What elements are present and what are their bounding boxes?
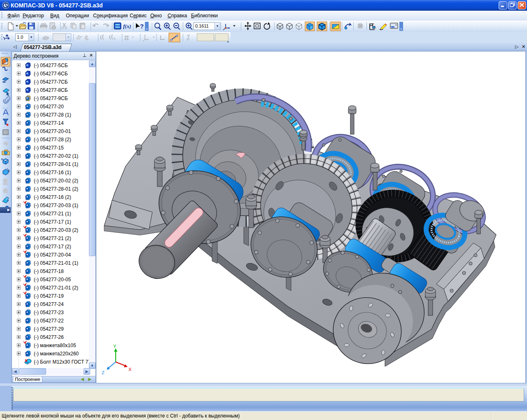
svg-text:»: »: [146, 27, 148, 31]
svg-text:»: »: [400, 27, 402, 31]
svg-text:X: X: [128, 367, 132, 372]
svg-text:f(x): f(x): [123, 23, 131, 29]
svg-text:Y: Y: [113, 344, 117, 349]
svg-text:Z: Z: [102, 370, 105, 375]
svg-text:?: ?: [140, 23, 144, 30]
